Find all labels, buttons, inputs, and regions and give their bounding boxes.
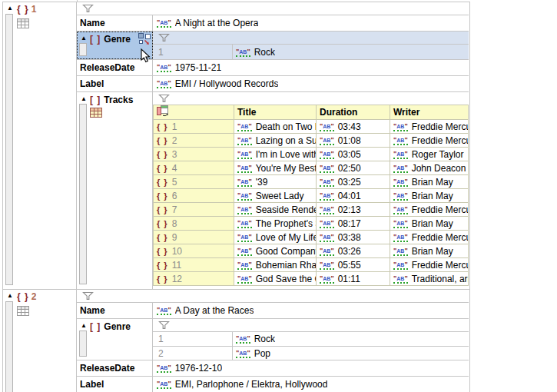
- collapse-triangle-icon[interactable]: ▲: [79, 95, 88, 103]
- value-cell-label[interactable]: "AB"EMI, Parlophone / Elektra, Hollywood: [153, 377, 469, 392]
- filter-funnel-icon[interactable]: [158, 94, 170, 103]
- track-duration-cell[interactable]: "AB"04:01: [317, 189, 390, 203]
- track-duration-cell[interactable]: "AB"01:08: [317, 134, 390, 148]
- track-index-cell[interactable]: { }1: [154, 120, 234, 134]
- track-writer-cell[interactable]: "AB"Freddie Mercury: [390, 258, 469, 272]
- track-title-cell[interactable]: "AB"Good Company: [234, 244, 317, 258]
- value-cell-name[interactable]: "AB"A Day at the Races: [153, 303, 469, 318]
- track-title-cell[interactable]: "AB"'39: [234, 175, 317, 189]
- track-writer-cell[interactable]: "AB"Roger Taylor: [390, 148, 469, 161]
- track-title-cell[interactable]: "AB"Seaside Rendezvous: [234, 203, 317, 217]
- track-index-cell[interactable]: { }9: [154, 231, 234, 244]
- collapse-strip[interactable]: [79, 331, 87, 357]
- value-cell-releasedate[interactable]: "AB"1976-12-10: [153, 360, 469, 376]
- collapse-triangle-icon[interactable]: ▲: [5, 5, 15, 12]
- track-index-cell[interactable]: { }4: [154, 161, 234, 175]
- collapse-triangle-icon[interactable]: ▲: [5, 292, 15, 300]
- genre-index-cell[interactable]: 2: [153, 347, 233, 360]
- filter-funnel-icon[interactable]: [158, 321, 170, 330]
- track-title: Good Company: [256, 246, 317, 257]
- genre-value: Rock: [254, 47, 275, 58]
- track-duration-cell[interactable]: "AB"03:43: [317, 120, 390, 134]
- track-writer-cell[interactable]: "AB"Freddie Mercury: [390, 203, 469, 217]
- track-index-cell[interactable]: { }5: [154, 175, 234, 189]
- track-index-cell[interactable]: { }6: [154, 189, 234, 203]
- track-title-cell[interactable]: "AB"Lazing on a Sunday Afternoon: [234, 134, 317, 148]
- track-index-cell[interactable]: { }10: [154, 244, 234, 258]
- column-header-writer[interactable]: Writer: [390, 105, 469, 120]
- key-cell-name[interactable]: Name: [77, 15, 153, 31]
- track-title-cell[interactable]: "AB"I'm in Love with My Car: [234, 148, 317, 161]
- track-writer-cell[interactable]: "AB"John Deacon: [390, 161, 469, 175]
- track-duration-cell[interactable]: "AB"03:05: [317, 148, 390, 161]
- track-duration-cell[interactable]: "AB"03:25: [317, 175, 390, 189]
- key-cell-label[interactable]: Label: [77, 377, 153, 392]
- track-index-cell[interactable]: { }8: [154, 217, 234, 231]
- collapse-strip[interactable]: [5, 301, 13, 392]
- column-header-duration[interactable]: Duration: [317, 105, 390, 120]
- collapse-strip[interactable]: [79, 43, 87, 56]
- track-writer-cell[interactable]: "AB"Brian May: [390, 217, 469, 231]
- collapse-strip[interactable]: [79, 104, 87, 284]
- name-value: A Day at the Races: [175, 305, 254, 316]
- key-cell-genre[interactable]: ▲ [ ]Genre: [77, 319, 153, 360]
- name-value: A Night at the Opera: [175, 18, 259, 28]
- track-writer-cell[interactable]: "AB"Brian May: [390, 175, 469, 189]
- column-header-title[interactable]: Title: [234, 105, 317, 120]
- key-cell-tracks[interactable]: ▲ [ ]Tracks: [77, 92, 153, 289]
- genre-value-cell[interactable]: "AB"Rock: [233, 45, 469, 59]
- track-writer: Traditional, arr.: [412, 274, 469, 284]
- track-title-cell[interactable]: "AB"Death on Two Legs: [234, 120, 317, 134]
- collapse-triangle-icon[interactable]: ▲: [79, 35, 88, 42]
- tracks-corner-cell[interactable]: [154, 105, 234, 120]
- value-cell-label[interactable]: "AB"EMI / Hollywood Records: [153, 76, 469, 91]
- track-title-cell[interactable]: "AB"Sweet Lady: [234, 189, 317, 203]
- record-2-tag[interactable]: { }2: [17, 291, 36, 302]
- track-duration-cell[interactable]: "AB"03:38: [317, 231, 390, 244]
- track-duration-cell[interactable]: "AB"02:50: [317, 161, 390, 175]
- track-title-cell[interactable]: "AB"Love of My Life: [234, 231, 317, 244]
- track-title-cell[interactable]: "AB"The Prophet's Song: [234, 217, 317, 231]
- track-duration-cell[interactable]: "AB"03:26: [317, 244, 390, 258]
- key-cell-label[interactable]: Label: [77, 76, 153, 91]
- track-duration-cell[interactable]: "AB"05:55: [317, 258, 390, 272]
- display-as-grid-icon[interactable]: [138, 33, 151, 48]
- table-view-icon[interactable]: [90, 108, 102, 120]
- collapse-strip[interactable]: [5, 14, 13, 285]
- value-cell-releasedate[interactable]: "AB"1975-11-21: [153, 60, 469, 75]
- value-cell-name[interactable]: "AB"A Night at the Opera: [153, 15, 469, 31]
- track-index-cell[interactable]: { }7: [154, 203, 234, 217]
- filter-funnel-icon[interactable]: [82, 4, 94, 13]
- track-duration-cell[interactable]: "AB"01:11: [317, 272, 390, 286]
- track-index-cell[interactable]: { }2: [154, 134, 234, 148]
- track-title-cell[interactable]: "AB"Bohemian Rhapsody: [234, 258, 317, 272]
- track-index-cell[interactable]: { }12: [154, 272, 234, 286]
- record-1-tag[interactable]: { }1: [17, 4, 36, 15]
- filter-funnel-icon[interactable]: [158, 33, 170, 42]
- transpose-table-icon[interactable]: [157, 105, 170, 117]
- record-1-content: Name "AB"A Night at the Opera ▲ [ ]Genre: [77, 2, 469, 289]
- track-index-cell[interactable]: { }3: [154, 148, 234, 161]
- genre-index-cell[interactable]: 1: [153, 332, 233, 346]
- track-title-cell[interactable]: "AB"God Save the Queen: [234, 272, 317, 286]
- track-index-cell[interactable]: { }11: [154, 258, 234, 272]
- track-writer-cell[interactable]: "AB"Freddie Mercury: [390, 134, 469, 148]
- track-duration-cell[interactable]: "AB"02:13: [317, 203, 390, 217]
- track-writer-cell[interactable]: "AB"Brian May: [390, 189, 469, 203]
- track-writer-cell[interactable]: "AB"Freddie Mercury: [390, 231, 469, 244]
- track-writer-cell[interactable]: "AB"Traditional, arr.: [390, 272, 469, 286]
- table-view-icon[interactable]: [17, 306, 29, 318]
- collapse-triangle-icon[interactable]: ▲: [79, 322, 88, 330]
- genre-value-cell[interactable]: "AB"Rock: [233, 332, 469, 346]
- filter-funnel-icon[interactable]: [82, 291, 94, 301]
- table-view-icon[interactable]: [17, 18, 29, 31]
- genre-index-cell[interactable]: 1: [153, 45, 233, 59]
- track-title-cell[interactable]: "AB"You're My Best Friend: [234, 161, 317, 175]
- track-writer-cell[interactable]: "AB"Brian May: [390, 244, 469, 258]
- genre-value-cell[interactable]: "AB"Pop: [233, 347, 469, 360]
- track-duration-cell[interactable]: "AB"08:17: [317, 217, 390, 231]
- genre-block: ▲ [ ]Genre: [77, 32, 469, 60]
- track-writer-cell[interactable]: "AB"Freddie Mercury: [390, 120, 469, 134]
- key-cell-releasedate[interactable]: ReleaseDate: [77, 360, 153, 376]
- key-cell-name[interactable]: Name: [77, 303, 153, 318]
